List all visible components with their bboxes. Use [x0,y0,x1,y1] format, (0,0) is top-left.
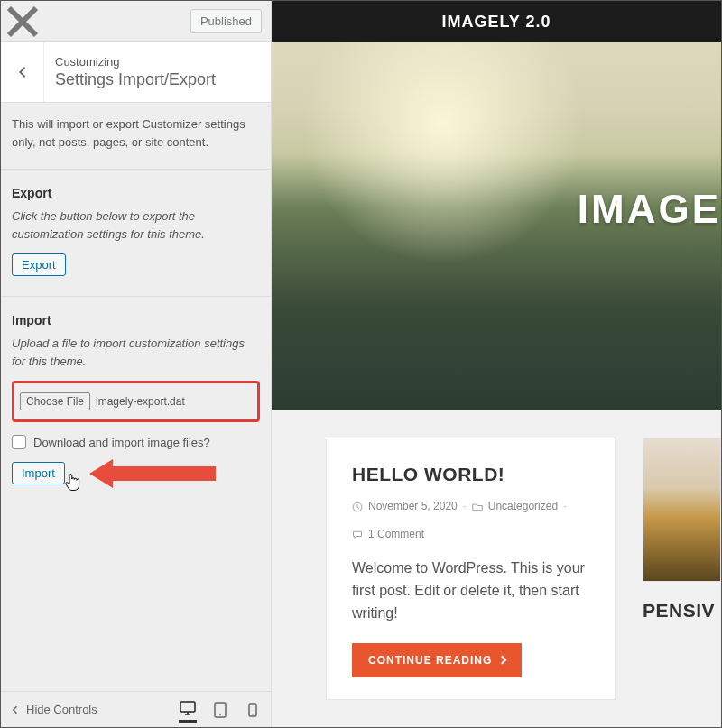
continue-reading-button[interactable]: CONTINUE READING [352,643,522,677]
post-title[interactable]: HELLO WORLD! [352,464,589,485]
hide-controls-label: Hide Controls [26,703,97,716]
download-images-label: Download and import image files? [33,436,210,449]
chevron-left-icon [10,705,21,715]
import-button[interactable]: Import [12,462,65,484]
import-section: Import Upload a file to import customiza… [1,297,271,504]
customizer-footer: Hide Controls [1,691,271,727]
hide-controls-button[interactable]: Hide Controls [10,703,97,716]
post-card: HELLO WORLD! November 5, 2020 - Uncatego… [326,438,616,700]
post-date: November 5, 2020 [368,498,458,515]
comment-icon [352,530,363,540]
annotation-arrow-icon [89,458,216,489]
selected-file-name: imagely-export.dat [96,395,185,408]
back-button[interactable] [1,42,44,102]
download-images-row: Download and import image files? [12,435,260,449]
svg-point-4 [252,714,253,714]
site-preview: IMAGELY 2.0 IMAGE HELLO WORLD! November … [272,1,721,727]
continue-reading-label: CONTINUE READING [368,654,492,667]
file-picker-highlight: Choose File imagely-export.dat [12,381,260,422]
cursor-hand-icon [64,471,82,493]
post-excerpt: Welcome to WordPress. This is your first… [352,558,589,624]
breadcrumb-label: Customizing [55,55,216,69]
post-meta: November 5, 2020 - Uncategorized - 1 Com… [352,498,589,543]
download-images-checkbox[interactable] [12,435,26,449]
desktop-icon [180,701,196,715]
export-button[interactable]: Export [12,253,66,276]
tablet-icon [214,702,227,718]
clock-icon [352,502,363,512]
secondary-post-card: PENSIV [643,438,721,700]
device-switcher [179,697,262,723]
customizer-topbar: Published [1,1,271,42]
device-desktop-button[interactable] [179,697,197,723]
svg-point-2 [219,714,221,715]
post-category[interactable]: Uncategorized [488,498,558,515]
choose-file-button[interactable]: Choose File [20,392,90,410]
export-hint: Click the button below to export the cus… [12,207,260,243]
chevron-right-icon [498,656,507,665]
post-comments[interactable]: 1 Comment [368,526,424,543]
panel-body: This will import or export Customizer se… [1,103,271,691]
svg-rect-0 [180,702,195,712]
mobile-icon [248,703,257,717]
secondary-post-title[interactable]: PENSIV [643,600,721,622]
import-hint: Upload a file to import customization se… [12,335,260,370]
export-section: Export Click the button below to export … [1,170,271,297]
import-heading: Import [12,313,260,327]
device-tablet-button[interactable] [211,697,229,723]
panel-description: This will import or export Customizer se… [1,103,271,170]
folder-icon [472,502,483,512]
device-mobile-button[interactable] [244,697,262,723]
panel-title: Settings Import/Export [55,70,216,89]
site-brand: IMAGELY 2.0 [441,13,551,32]
close-icon[interactable] [1,1,44,42]
preview-topbar: IMAGELY 2.0 [272,1,721,42]
hero-title: IMAGE [578,187,721,232]
published-button[interactable]: Published [190,9,262,33]
secondary-post-image[interactable] [643,438,721,582]
hero-image: IMAGE [272,42,721,410]
panel-header: Customizing Settings Import/Export [1,42,271,103]
export-heading: Export [12,186,260,200]
